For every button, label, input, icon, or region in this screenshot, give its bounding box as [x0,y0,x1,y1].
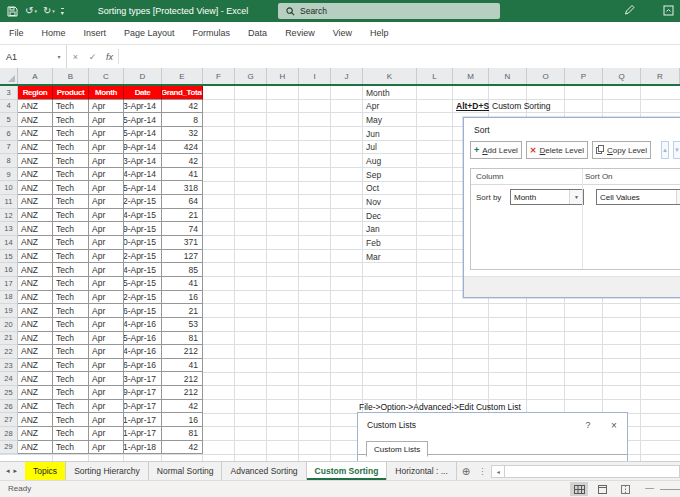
cell-month[interactable]: Apr [89,141,124,155]
row-header[interactable]: 7 [0,141,18,155]
column-header[interactable]: A [18,68,53,84]
cell-month[interactable]: Apr [89,154,124,168]
column-header[interactable]: F [203,68,235,84]
row-header[interactable]: 25 [0,386,18,400]
cell-month[interactable]: Apr [89,372,124,386]
cell-product[interactable]: Tech [53,168,89,182]
cell-month[interactable]: Apr [89,113,124,127]
row-header[interactable]: 16 [0,263,18,277]
close-icon[interactable]: × [601,420,627,431]
cell-month[interactable]: Apr [89,236,124,250]
cell-product[interactable]: Tech [53,332,89,346]
month-list-cell[interactable]: Dec [363,209,417,223]
header-cell-product[interactable]: Product [53,86,89,100]
cell-region[interactable]: ANZ [18,372,53,386]
cell-date[interactable]: 19-Apr-14 [124,141,162,155]
cell-date[interactable]: 11-Apr-18 [124,441,162,455]
ribbon-tab[interactable]: Home [33,28,75,38]
cell-region[interactable]: ANZ [18,168,53,182]
cell-date[interactable]: 22-Apr-15 [124,291,162,305]
cell-product[interactable]: Tech [53,154,89,168]
cell-month[interactable]: Apr [89,195,124,209]
cell-product[interactable]: Tech [53,127,89,141]
page-layout-view-icon[interactable] [593,482,611,496]
cell-date[interactable]: 14-Apr-16 [124,318,162,332]
cell-region[interactable]: ANZ [18,400,53,414]
cell-product[interactable]: Tech [53,400,89,414]
row-header[interactable]: 5 [0,113,18,127]
undo-button[interactable]: ↺▾ [25,0,37,22]
column-header[interactable]: G [235,68,267,84]
row-header[interactable]: 24 [0,372,18,386]
column-header[interactable]: R [641,68,680,84]
cell-month[interactable]: Apr [89,222,124,236]
column-header[interactable]: C [89,68,124,84]
month-list-cell[interactable]: Mar [363,250,417,264]
cell-grand-total[interactable]: 212 [162,372,203,386]
draw-pencil-icon[interactable] [623,2,635,20]
cell-month[interactable]: Apr [89,127,124,141]
cell-region[interactable]: ANZ [18,181,53,195]
cell-month[interactable]: Apr [89,386,124,400]
move-up-button[interactable]: ▲ [661,141,669,159]
cell-grand-total[interactable]: 53 [162,318,203,332]
month-list-cell[interactable]: Feb [363,236,417,250]
cell-product[interactable]: Tech [53,291,89,305]
ribbon-display-options-icon[interactable] [663,2,674,20]
cell-product[interactable]: Tech [53,209,89,223]
cell-grand-total[interactable]: 42 [162,441,203,455]
cell-grand-total[interactable]: 318 [162,181,203,195]
cell-grand-total[interactable]: 16 [162,413,203,427]
cell-date[interactable]: 26-Apr-15 [124,304,162,318]
cell-date[interactable]: 09-Apr-15 [124,222,162,236]
cell-region[interactable]: ANZ [18,236,53,250]
cell-grand-total[interactable]: 371 [162,236,203,250]
sort-by-dropdown[interactable]: Month ▼ [510,189,584,205]
normal-view-icon[interactable] [570,482,588,496]
cell-grand-total[interactable]: 16 [162,291,203,305]
cell-product[interactable]: Tech [53,386,89,400]
ribbon-tab[interactable]: Insert [75,28,116,38]
cell-region[interactable]: ANZ [18,209,53,223]
shortcut-key-cell[interactable]: Alt+D+S [456,100,489,114]
cell-month[interactable]: Apr [89,181,124,195]
row-header[interactable]: 20 [0,318,18,332]
cell-region[interactable]: ANZ [18,359,53,373]
cell-date[interactable]: 13-Apr-17 [124,372,162,386]
ribbon-tab[interactable]: View [324,28,361,38]
cell-month[interactable]: Apr [89,427,124,441]
column-header[interactable]: J [331,68,363,84]
ribbon-tab[interactable]: File [0,28,33,38]
cell-product[interactable]: Tech [53,277,89,291]
cell-month[interactable]: Apr [89,332,124,346]
month-list-cell[interactable]: Aug [363,154,417,168]
cell-date[interactable]: 15-Apr-14 [124,113,162,127]
zoom-out-icon[interactable]: — [645,481,654,496]
cell-grand-total[interactable]: 42 [162,400,203,414]
row-header[interactable]: 6 [0,127,18,141]
cell-product[interactable]: Tech [53,250,89,264]
cell-region[interactable]: ANZ [18,345,53,359]
copy-level-button[interactable]: Copy Level [592,141,651,159]
cell-product[interactable]: Tech [53,318,89,332]
row-header[interactable]: 29 [0,441,18,455]
row-header[interactable]: 15 [0,250,18,264]
cell-region[interactable]: ANZ [18,195,53,209]
row-header[interactable]: 18 [0,291,18,305]
row-header[interactable]: 12 [0,209,18,223]
ribbon-tab[interactable]: Data [239,28,276,38]
column-header[interactable]: E [162,68,203,84]
cell-region[interactable]: ANZ [18,332,53,346]
cell-grand-total[interactable]: 212 [162,345,203,359]
cell-region[interactable]: ANZ [18,263,53,277]
month-list-cell[interactable]: May [363,113,417,127]
search-input[interactable]: Search [278,3,500,19]
sheet-tab[interactable]: Normal Sorting [149,462,223,480]
sheet-next-icon[interactable]: ▸ [14,467,18,475]
cell-grand-total[interactable]: 424 [162,141,203,155]
formula-input[interactable] [119,45,680,68]
row-header[interactable]: 17 [0,277,18,291]
column-header[interactable]: P [565,68,603,84]
row-header[interactable]: 11 [0,195,18,209]
cell-date[interactable]: 15-Apr-15 [124,277,162,291]
